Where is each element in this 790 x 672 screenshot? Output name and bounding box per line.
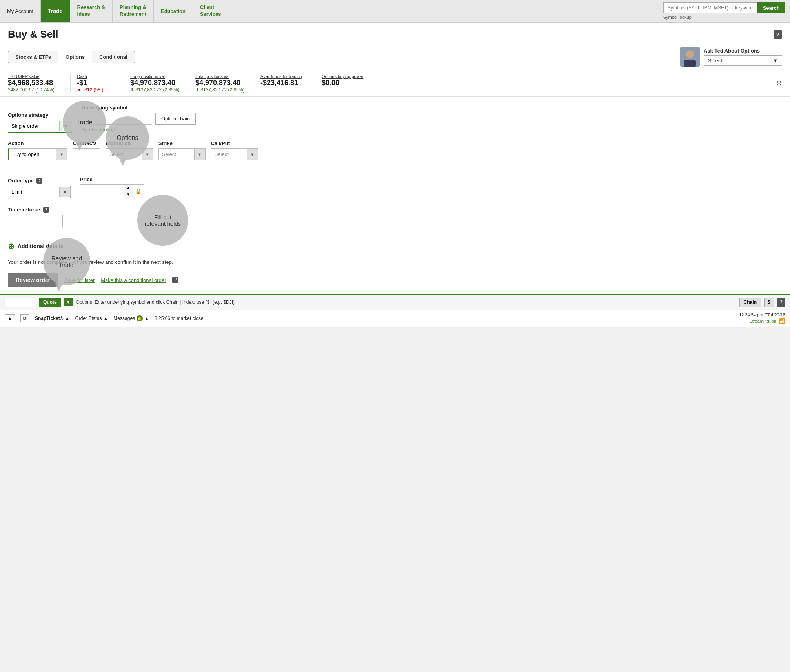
bottom-toolbar-hint: Options: Enter underlying symbol and cli…	[76, 300, 736, 305]
call-put-label: Call/Put	[211, 140, 258, 146]
contracts-input[interactable]	[73, 148, 100, 160]
price-lock-icon[interactable]: 🔒	[135, 188, 142, 194]
symbol-search-input[interactable]	[663, 2, 757, 13]
search-button[interactable]: Search	[757, 2, 785, 13]
make-conditional-link[interactable]: Make this a conditional order	[101, 277, 166, 283]
snap-ticket-square-icon[interactable]: ⧉	[20, 314, 29, 322]
symbol-lookup-nav[interactable]: Symbol lookup	[663, 15, 785, 20]
chain-button[interactable]: Chain	[739, 298, 761, 307]
acct-avail-funds-label: Avail funds for trading	[260, 74, 309, 79]
price-up-button[interactable]: ▲	[124, 185, 133, 191]
time-in-force-help-icon[interactable]: ?	[43, 207, 49, 213]
messages-item[interactable]: Messages 🔔 ▲	[113, 315, 149, 321]
acct-total-pos-sub: ⬆ $137,820.72 (2.85%)	[195, 87, 248, 93]
symbol-lookup-link[interactable]: Symbol lookup	[82, 127, 196, 133]
action-select[interactable]: Buy to open Sell to open Buy to close Se…	[9, 149, 56, 160]
options-strategy-label: Options strategy	[8, 112, 72, 118]
svg-rect-2	[684, 60, 696, 67]
options-strategy-select[interactable]: Single order Vertical spread Iron condor	[8, 120, 59, 132]
ask-ted-area: Ask Ted About Options Select ▼	[680, 47, 782, 67]
additional-details-row[interactable]: ⊕ Additional details	[0, 238, 790, 254]
order-type-label: Order type ?	[8, 178, 71, 184]
order-type-help-icon[interactable]: ?	[36, 178, 42, 184]
call-put-arrow-icon[interactable]: ▼	[247, 149, 258, 160]
nav-item-client-services[interactable]: ClientServices	[193, 0, 229, 22]
acct-tstuser-main: $4,968,533.48	[8, 79, 64, 87]
price-input-wrapper: ▲ ▼ 🔒	[80, 184, 144, 198]
strike-select-wrapper[interactable]: Select ▼	[158, 148, 206, 160]
order-status-item[interactable]: Order Status ▲	[75, 316, 108, 321]
expiration-arrow-icon[interactable]: ▼	[142, 149, 153, 160]
acct-tstuser-sub: $482,000.67 (10.74%)	[8, 87, 64, 93]
underlying-symbol-label: Underlying symbol	[82, 105, 196, 111]
save-for-later-link[interactable]: Save for later	[64, 277, 95, 283]
time-in-force-input[interactable]: Day	[8, 215, 63, 227]
acct-total-pos-label: Total positions val	[195, 74, 248, 79]
acct-avail-funds-main: -$23,416.81	[260, 79, 309, 87]
acct-cash-label: Cash	[77, 74, 117, 79]
strike-arrow-icon[interactable]: ▼	[194, 149, 205, 160]
contracts-group: Contracts	[73, 140, 100, 160]
strike-select[interactable]: Select	[159, 149, 194, 160]
gear-settings-btn[interactable]: ⚙	[776, 79, 782, 88]
ask-ted-label: Ask Ted About Options	[704, 48, 782, 54]
toolbar-help-button[interactable]: ?	[777, 298, 785, 307]
strategy-arrow-icon[interactable]: ▼	[59, 121, 72, 131]
options-strategy-group: Options strategy Single order Vertical s…	[8, 112, 72, 133]
page-title: Buy & Sell	[8, 28, 58, 40]
quote-symbol-input[interactable]	[5, 298, 36, 307]
order-type-arrow-icon[interactable]: ▼	[59, 187, 70, 197]
strike-group: Strike Select ▼	[158, 140, 206, 160]
snap-ticket-up-arrow[interactable]: ▲	[5, 314, 15, 322]
snap-ticket-label[interactable]: SnapTicket® ▲	[35, 316, 70, 321]
tab-conditional[interactable]: Conditional	[92, 51, 135, 63]
action-select-wrapper[interactable]: Buy to open Sell to open Buy to close Se…	[8, 148, 67, 160]
call-put-select[interactable]: Select Call Put	[211, 149, 247, 160]
action-group: Action Buy to open Sell to open Buy to c…	[8, 140, 67, 160]
tab-stocks-etfs[interactable]: Stocks & ETFs	[8, 51, 58, 63]
conditional-help-icon[interactable]: ?	[172, 277, 178, 283]
order-type-select-wrapper[interactable]: Market Limit Stop Stop Limit ▼	[8, 186, 71, 198]
dollar-button[interactable]: $	[764, 298, 774, 307]
strategy-select-wrapper[interactable]: Single order Vertical spread Iron condor…	[8, 120, 72, 133]
nav-item-planning-retirement[interactable]: Planning &Retirement	[113, 0, 154, 22]
account-values-bar: TSTUSER value $4,968,533.48 $482,000.67 …	[0, 70, 790, 97]
underlying-symbol-group: Underlying symbol Option chain Symbol lo…	[82, 105, 196, 133]
additional-details-plus-icon[interactable]: ⊕	[8, 242, 15, 250]
market-close-time: 3:25:06 to market close	[155, 316, 204, 321]
acct-options-bp-label: Options buying power	[322, 74, 377, 79]
call-put-group: Call/Put Select Call Put ▼	[211, 140, 258, 160]
acct-cash-main: -$1	[77, 79, 117, 87]
nav-item-research-ideas[interactable]: Research &Ideas	[70, 0, 113, 22]
ask-ted-select[interactable]: Select ▼	[704, 55, 782, 66]
time-in-force-label: Time-in-force ?	[8, 207, 63, 213]
tab-options[interactable]: Options	[58, 51, 92, 63]
main-content: Buy & Sell ? Stocks & ETFs Options Condi…	[0, 23, 790, 294]
review-order-button[interactable]: Review order	[8, 273, 58, 287]
action-arrow-icon[interactable]: ▼	[56, 149, 67, 160]
underlying-symbol-input[interactable]	[82, 113, 152, 125]
price-down-button[interactable]: ▼	[124, 191, 133, 198]
nav-item-my-account[interactable]: My Account	[0, 0, 41, 22]
nav-item-education[interactable]: Education	[154, 0, 193, 22]
top-nav: My Account Trade Research &Ideas Plannin…	[0, 0, 790, 23]
acct-long-pos-sub: ⬆ $137,820.72 (2.85%)	[130, 87, 182, 93]
nav-search-area: Search Symbol lookup	[659, 0, 790, 22]
price-input[interactable]	[80, 185, 124, 197]
option-chain-button[interactable]: Option chain	[155, 113, 196, 125]
streaming-status[interactable]: Streaming: on	[750, 319, 776, 323]
nav-item-trade[interactable]: Trade	[41, 0, 70, 22]
call-put-select-wrapper[interactable]: Select Call Put ▼	[211, 148, 258, 160]
expiration-select-wrapper[interactable]: Select ▼	[106, 148, 153, 160]
ask-ted-info: Ask Ted About Options Select ▼	[704, 48, 782, 66]
order-type-select[interactable]: Market Limit Stop Stop Limit	[8, 186, 59, 198]
expiration-select[interactable]: Select	[106, 149, 142, 160]
messages-badge: 🔔	[137, 315, 143, 321]
price-spinners: ▲ ▼	[124, 185, 133, 198]
acct-options-bp-main: $0.00	[322, 79, 377, 87]
quote-button[interactable]: Quote	[39, 298, 61, 307]
quote-dropdown-button[interactable]: ▼	[64, 298, 73, 306]
acct-avail-funds: Avail funds for trading -$23,416.81	[260, 74, 315, 87]
page-help-icon[interactable]: ?	[774, 30, 782, 39]
acct-cash-sub: ▼ -$12 (58.)	[77, 87, 117, 93]
